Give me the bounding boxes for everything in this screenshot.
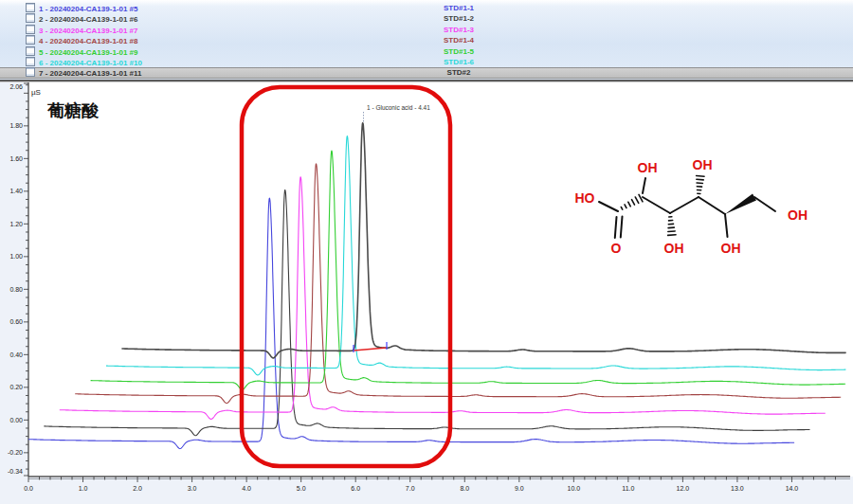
svg-text:1.40: 1.40	[9, 188, 23, 194]
injection-name: 6 - 20240204-CA139-1-01 #10	[39, 59, 142, 67]
svg-text:2.06: 2.06	[9, 83, 23, 90]
peak-label: 1 - Gluconic acid - 4.41	[367, 104, 430, 111]
chromatogram-icon	[26, 67, 35, 77]
chromatogram-icon	[26, 57, 35, 66]
chromatography-software-window: 1 - 20240204-CA139-1-01 #5STD#1-1 2 - 20…	[0, 0, 853, 504]
legend-row-4[interactable]: 4 - 20240204-CA139-1-01 #8STD#1-4	[0, 35, 853, 45]
svg-text:1.00: 1.00	[9, 253, 23, 260]
injection-name: 1 - 20240204-CA139-1-01 #5	[39, 5, 138, 13]
oh-label: OH	[638, 160, 658, 175]
ho-label: HO	[575, 190, 595, 206]
chromatogram-icon	[26, 25, 35, 34]
legend-row-6[interactable]: 6 - 20240204-CA139-1-01 #10STD#1-6	[0, 57, 853, 67]
chromatogram-icon	[26, 3, 35, 12]
svg-text:10.0: 10.0	[568, 485, 581, 492]
svg-text:-0.34: -0.34	[8, 468, 23, 475]
legend-row-1[interactable]: 1 - 20240204-CA139-1-01 #5STD#1-1	[0, 3, 853, 13]
svg-text:0.00: 0.00	[9, 417, 23, 423]
std-label: STD#1-3	[425, 25, 493, 35]
svg-text:4.0: 4.0	[242, 485, 251, 492]
oh-label: OH	[721, 241, 741, 256]
chromatogram-icon	[26, 13, 35, 23]
svg-text:2.0: 2.0	[133, 485, 142, 492]
svg-text:0.60: 0.60	[9, 318, 23, 325]
svg-text:12.0: 12.0	[677, 485, 690, 492]
oh-label: OH	[788, 207, 808, 223]
compound-name-cn: 葡糖酸	[46, 101, 100, 120]
injection-legend: 1 - 20240204-CA139-1-01 #5STD#1-1 2 - 20…	[0, 0, 853, 80]
svg-text:9.0: 9.0	[515, 485, 524, 492]
svg-text:1.60: 1.60	[9, 155, 23, 162]
svg-text:1.20: 1.20	[9, 221, 23, 227]
legend-row-7-selected[interactable]: 7 - 20240204-CA139-1-01 #11STD#2	[0, 67, 853, 78]
chromatogram-icon	[26, 46, 35, 56]
chromatogram-icon	[26, 35, 35, 45]
svg-text:0.20: 0.20	[9, 384, 23, 390]
carbonyl-o-label: O	[611, 241, 622, 256]
svg-text:1.0: 1.0	[79, 485, 88, 492]
std-label: STD#1-2	[425, 13, 493, 24]
svg-text:8.0: 8.0	[460, 485, 469, 492]
oh-label: OH	[664, 241, 684, 256]
svg-text:6.0: 6.0	[351, 485, 360, 492]
svg-text:14.0: 14.0	[786, 485, 799, 492]
svg-text:5.0: 5.0	[297, 485, 306, 492]
svg-text:11.0: 11.0	[622, 485, 634, 492]
svg-text:13.0: 13.0	[731, 485, 744, 492]
injection-name: 4 - 20240204-CA139-1-01 #8	[39, 37, 138, 45]
injection-name: 3 - 20240204-CA139-1-01 #7	[39, 27, 138, 35]
svg-text:-0.20: -0.20	[8, 449, 23, 456]
injection-name: 5 - 20240204-CA139-1-01 #9	[39, 48, 138, 57]
std-label: STD#1-6	[425, 57, 493, 67]
std-label: STD#2	[425, 67, 493, 78]
legend-row-5[interactable]: 5 - 20240204-CA139-1-01 #9STD#1-5	[0, 46, 853, 57]
svg-text:0.40: 0.40	[9, 351, 23, 358]
std-label: STD#1-5	[425, 46, 493, 57]
legend-row-2[interactable]: 2 - 20240204-CA139-1-01 #6STD#1-2	[0, 13, 853, 24]
svg-text:3.0: 3.0	[188, 485, 197, 492]
plot-area-bg	[28, 82, 853, 477]
legend-row-3[interactable]: 3 - 20240204-CA139-1-01 #7STD#1-3	[0, 25, 853, 35]
std-label: STD#1-1	[425, 3, 493, 13]
std-label: STD#1-4	[425, 35, 493, 45]
svg-text:7.0: 7.0	[406, 485, 415, 492]
chromatogram-plot[interactable]: 0.01.02.03.04.05.06.07.08.09.010.011.012…	[0, 82, 853, 504]
svg-text:0.80: 0.80	[9, 286, 23, 293]
injection-name: 2 - 20240204-CA139-1-01 #6	[39, 15, 138, 24]
injection-name: 7 - 20240204-CA139-1-01 #11	[39, 69, 142, 78]
oh-label: OH	[693, 157, 713, 172]
y-unit-label: µS	[31, 88, 41, 97]
svg-text:0.0: 0.0	[24, 485, 33, 492]
svg-text:1.80: 1.80	[9, 122, 23, 129]
